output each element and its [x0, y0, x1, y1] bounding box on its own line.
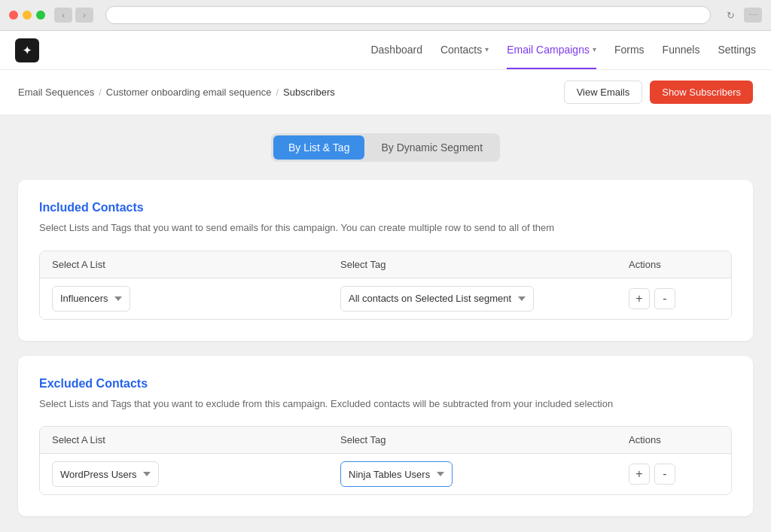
chevron-down-icon: ▾ [485, 45, 489, 53]
breadcrumb-campaign-name[interactable]: Customer onboarding email sequence [106, 87, 272, 98]
included-actions-cell: + - [629, 288, 719, 309]
excluded-add-row-button[interactable]: + [629, 464, 650, 485]
excluded-tag-select-wrapper: Ninja Tables Users [340, 461, 629, 487]
excluded-contacts-desc: Select Lists and Tags that you want to e… [39, 397, 732, 412]
included-remove-row-button[interactable]: - [654, 288, 675, 309]
included-contacts-desc: Select Lists and Tags that you want to s… [39, 220, 732, 236]
breadcrumb: Email Sequences / Customer onboarding em… [18, 87, 335, 98]
browser-chrome: ‹ › ↻ ⋯ [0, 0, 771, 31]
forward-arrow[interactable]: › [75, 8, 93, 23]
close-button[interactable] [9, 11, 18, 20]
tab-by-dynamic-segment[interactable]: By Dynamic Segment [366, 135, 498, 160]
back-arrow[interactable]: ‹ [54, 8, 72, 23]
included-col1-header: Select A List [52, 259, 340, 270]
included-tag-select-wrapper: All contacts on Selected List segment [340, 286, 629, 312]
included-tag-select[interactable]: All contacts on Selected List segment [340, 286, 534, 312]
excluded-list-select[interactable]: WordPress Users [52, 461, 159, 487]
tab-by-list-tag[interactable]: By List & Tag [273, 135, 364, 160]
excluded-actions-cell: + - [629, 464, 719, 485]
excluded-contacts-card: Excluded Contacts Select Lists and Tags … [18, 356, 753, 517]
nav-item-forms[interactable]: Forms [614, 32, 645, 69]
breadcrumb-current: Subscribers [283, 87, 335, 98]
address-bar[interactable] [105, 6, 711, 24]
breadcrumb-separator-2: / [276, 87, 279, 98]
excluded-table-header: Select A List Select Tag Actions [40, 427, 731, 454]
browser-menu[interactable]: ⋯ [744, 8, 762, 23]
nav-item-dashboard[interactable]: Dashboard [370, 32, 422, 69]
included-table-header: Select A List Select Tag Actions [40, 251, 731, 278]
logo: ✦ [15, 38, 39, 62]
included-col3-header: Actions [629, 259, 719, 270]
included-contacts-table: Select A List Select Tag Actions Influen… [39, 251, 732, 320]
excluded-remove-row-button[interactable]: - [654, 464, 675, 485]
excluded-col3-header: Actions [629, 434, 719, 445]
minimize-button[interactable] [23, 11, 32, 20]
excluded-col1-header: Select A List [52, 434, 340, 445]
excluded-list-select-wrapper: WordPress Users [52, 461, 340, 487]
traffic-lights [9, 11, 45, 20]
included-add-row-button[interactable]: + [629, 288, 650, 309]
main-content: By List & Tag By Dynamic Segment Include… [0, 115, 771, 532]
table-row: WordPress Users Ninja Tables Users + - [40, 454, 731, 494]
show-subscribers-button[interactable]: Show Subscribers [650, 81, 753, 104]
browser-nav-arrows: ‹ › [54, 8, 93, 23]
included-col2-header: Select Tag [340, 259, 629, 270]
excluded-tag-select[interactable]: Ninja Tables Users [340, 461, 453, 487]
breadcrumb-email-sequences[interactable]: Email Sequences [18, 87, 94, 98]
view-emails-button[interactable]: View Emails [564, 81, 643, 104]
table-row: Influencers All contacts on Selected Lis… [40, 278, 731, 319]
included-contacts-title: Included Contacts [39, 201, 732, 214]
excluded-contacts-title: Excluded Contacts [39, 377, 732, 391]
app-container: ✦ Dashboard Contacts ▾ Email Campaigns ▾… [0, 31, 771, 532]
excluded-contacts-table: Select A List Select Tag Actions WordPre… [39, 426, 732, 495]
top-nav: ✦ Dashboard Contacts ▾ Email Campaigns ▾… [0, 31, 771, 70]
nav-item-settings[interactable]: Settings [718, 32, 756, 69]
nav-item-contacts[interactable]: Contacts ▾ [440, 32, 489, 69]
header-actions: View Emails Show Subscribers [564, 81, 753, 104]
tab-toggle: By List & Tag By Dynamic Segment [18, 133, 753, 162]
included-list-select-wrapper: Influencers [52, 286, 340, 312]
included-list-select[interactable]: Influencers [52, 286, 130, 312]
refresh-button[interactable]: ↻ [723, 8, 738, 23]
tab-group: By List & Tag By Dynamic Segment [271, 133, 500, 162]
nav-item-funnels[interactable]: Funnels [663, 32, 700, 69]
nav-item-email-campaigns[interactable]: Email Campaigns ▾ [507, 32, 596, 69]
nav-items: Dashboard Contacts ▾ Email Campaigns ▾ F… [370, 32, 756, 69]
maximize-button[interactable] [36, 11, 45, 20]
included-contacts-card: Included Contacts Select Lists and Tags … [18, 180, 753, 341]
page-header: Email Sequences / Customer onboarding em… [0, 70, 771, 115]
excluded-col2-header: Select Tag [340, 434, 629, 445]
chevron-down-icon: ▾ [593, 45, 596, 53]
breadcrumb-separator: / [99, 87, 102, 98]
